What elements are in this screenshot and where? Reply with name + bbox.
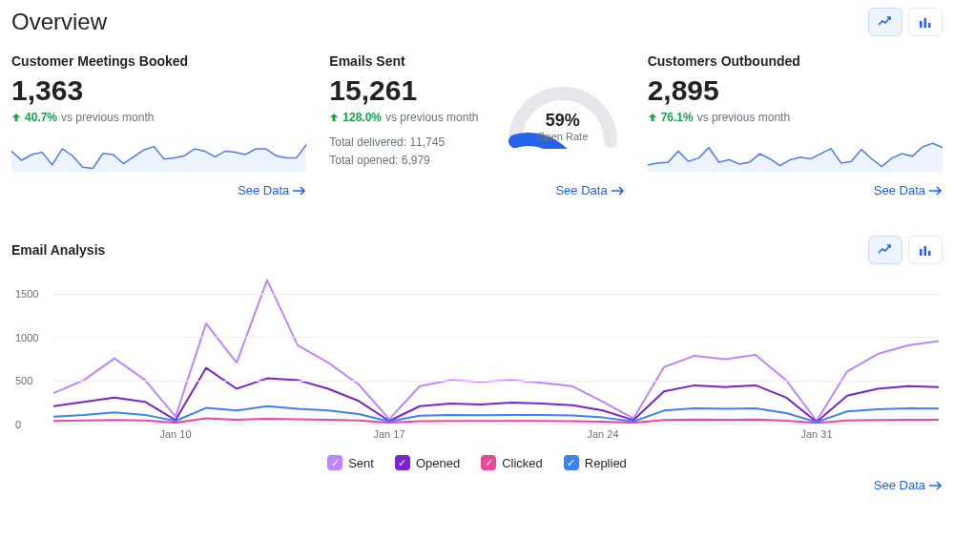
card-customer-meetings: Customer Meetings Booked 1,363 40.7% vs … <box>11 53 306 197</box>
bar-chart-toggle[interactable] <box>908 236 943 264</box>
gauge-percent: 59% <box>501 111 625 131</box>
legend-item-clicked[interactable]: ✓ Clicked <box>481 455 543 470</box>
y-tick: 0 <box>15 419 21 430</box>
card-title: Emails Sent <box>329 53 624 69</box>
email-analysis-title: Email Analysis <box>11 242 105 258</box>
delta-pct: 76.1% <box>661 111 694 124</box>
card-title: Customers Outbounded <box>648 53 943 69</box>
delta-text: vs previous month <box>385 111 478 124</box>
svg-rect-0 <box>920 21 923 28</box>
svg-rect-2 <box>928 23 931 28</box>
card-delta: 76.1% vs previous month <box>648 111 943 124</box>
page-title: Overview <box>11 9 107 35</box>
check-icon: ✓ <box>327 455 342 470</box>
arrow-up-icon <box>329 113 339 122</box>
check-icon: ✓ <box>481 455 496 470</box>
line-chart-icon <box>878 15 893 29</box>
check-icon: ✓ <box>395 455 410 470</box>
y-tick: 500 <box>15 375 32 386</box>
arrow-up-icon <box>11 113 21 122</box>
total-opened: Total opened: 6,979 <box>329 152 485 170</box>
y-tick: 1500 <box>15 288 38 300</box>
svg-rect-3 <box>920 249 923 256</box>
svg-rect-4 <box>924 246 927 256</box>
gauge-label: Open Rate <box>501 131 625 142</box>
line-chart-toggle[interactable] <box>868 236 902 264</box>
arrow-right-icon <box>293 186 306 196</box>
legend-item-opened[interactable]: ✓ Opened <box>395 455 460 470</box>
card-title: Customer Meetings Booked <box>11 53 306 69</box>
bar-chart-icon <box>918 243 933 257</box>
see-data-label: See Data <box>555 183 607 197</box>
line-chart-icon <box>878 243 893 257</box>
bar-chart-toggle[interactable] <box>908 8 943 36</box>
delta-text: vs previous month <box>61 111 154 124</box>
email-analysis-chart: 050010001500 Jan 10Jan 17Jan 24Jan 31 <box>15 276 939 447</box>
see-data-link-outbounded[interactable]: See Data <box>874 183 943 197</box>
card-emails-sent: Emails Sent 15,261 128.0% vs previous mo… <box>329 53 624 197</box>
legend-label: Clicked <box>502 456 543 470</box>
see-data-label: See Data <box>238 183 289 197</box>
card-delta: 40.7% vs previous month <box>11 111 306 124</box>
legend-label: Sent <box>348 456 374 470</box>
see-data-label: See Data <box>874 478 925 492</box>
open-rate-gauge: 59% Open Rate <box>501 74 625 149</box>
arrow-right-icon <box>929 481 943 490</box>
analysis-view-toggle <box>868 236 943 264</box>
card-value: 15,261 <box>329 74 485 107</box>
y-tick: 1000 <box>15 332 38 343</box>
delta-text: vs previous month <box>697 111 790 124</box>
x-tick: Jan 17 <box>373 428 404 440</box>
arrow-right-icon <box>612 186 625 196</box>
x-tick: Jan 24 <box>587 428 618 440</box>
arrow-up-icon <box>648 113 657 122</box>
overview-view-toggle <box>868 8 943 36</box>
meetings-sparkline <box>11 137 306 172</box>
card-delta: 128.0% vs previous month <box>329 111 485 124</box>
bar-chart-icon <box>918 15 933 29</box>
legend-label: Opened <box>416 456 460 470</box>
outbounded-sparkline <box>648 137 943 172</box>
see-data-link-meetings[interactable]: See Data <box>238 183 306 197</box>
svg-rect-5 <box>928 251 931 256</box>
see-data-link-emails[interactable]: See Data <box>555 183 624 197</box>
delta-pct: 128.0% <box>342 111 382 124</box>
delta-pct: 40.7% <box>25 111 57 124</box>
line-chart-toggle[interactable] <box>868 8 902 36</box>
svg-rect-1 <box>924 18 927 28</box>
legend-item-replied[interactable]: ✓ Replied <box>564 455 627 470</box>
arrow-right-icon <box>929 186 943 196</box>
card-value: 1,363 <box>11 74 306 107</box>
x-tick: Jan 10 <box>159 428 191 440</box>
legend-item-sent[interactable]: ✓ Sent <box>327 455 374 470</box>
total-delivered: Total delivered: 11,745 <box>329 134 485 152</box>
card-value: 2,895 <box>648 74 943 107</box>
see-data-link-analysis[interactable]: See Data <box>874 478 943 492</box>
check-icon: ✓ <box>564 455 579 470</box>
email-analysis-legend: ✓ Sent ✓ Opened ✓ Clicked ✓ Replied <box>11 455 943 470</box>
legend-label: Replied <box>585 456 627 470</box>
x-tick: Jan 31 <box>800 428 832 440</box>
see-data-label: See Data <box>874 183 925 197</box>
card-customers-outbounded: Customers Outbounded 2,895 76.1% vs prev… <box>648 53 943 197</box>
